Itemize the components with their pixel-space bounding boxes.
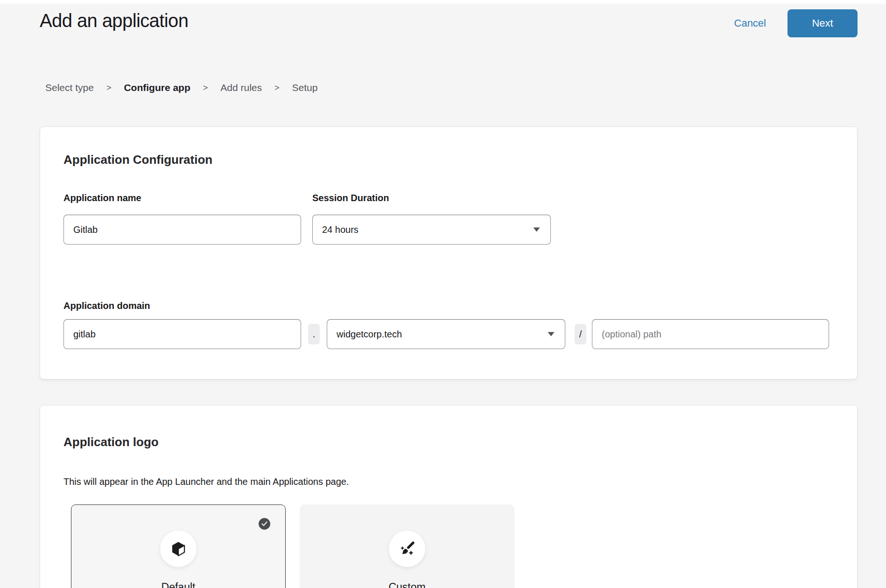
subdomain-input[interactable]: [63, 319, 301, 349]
application-logo-heading: Application logo: [63, 434, 834, 449]
breadcrumb-step-add-rules[interactable]: Add rules: [220, 82, 262, 93]
top-strip: [0, 0, 886, 4]
check-icon: [261, 521, 267, 526]
page-container: Add an application Cancel Next Select ty…: [40, 4, 858, 588]
custom-logo-circle: [389, 531, 425, 567]
application-name-label: Application name: [63, 193, 301, 203]
session-duration-select[interactable]: 24 hours: [312, 215, 551, 245]
logo-option-label: Default: [71, 581, 285, 588]
logo-option-label: Custom: [300, 581, 514, 588]
chevron-down-icon: [548, 332, 555, 336]
slash-separator: /: [575, 324, 586, 344]
breadcrumb: Select type > Configure app > Add rules …: [45, 82, 858, 93]
cancel-button[interactable]: Cancel: [734, 17, 766, 29]
breadcrumb-step-configure-app[interactable]: Configure app: [124, 82, 190, 93]
logo-option-custom[interactable]: Custom: [300, 504, 514, 588]
breadcrumb-step-setup[interactable]: Setup: [292, 82, 318, 93]
selected-check-badge: [259, 518, 270, 530]
application-domain-field: Application domain . widgetcorp.tech /: [63, 301, 834, 349]
header-actions: Cancel Next: [734, 9, 858, 37]
breadcrumb-separator: >: [203, 83, 208, 93]
path-input[interactable]: [592, 319, 829, 349]
default-logo-circle: [160, 531, 197, 567]
name-session-row: Application name Session Duration 24 hou…: [63, 193, 834, 245]
application-name-input[interactable]: [63, 215, 301, 245]
paintbrush-icon: [399, 540, 415, 557]
next-button[interactable]: Next: [788, 9, 858, 37]
application-logo-description: This will appear in the App Launcher and…: [63, 476, 834, 487]
session-duration-field: Session Duration 24 hours: [312, 193, 551, 245]
application-domain-row: . widgetcorp.tech /: [63, 319, 834, 349]
breadcrumb-separator: >: [274, 83, 280, 93]
session-duration-value: 24 hours: [322, 224, 359, 235]
page-title: Add an application: [40, 7, 188, 34]
logo-option-default[interactable]: Default: [71, 504, 286, 588]
application-logo-card: Application logo This will appear in the…: [40, 405, 858, 588]
breadcrumb-separator: >: [106, 83, 112, 93]
chevron-down-icon: [533, 227, 540, 232]
page-header: Add an application Cancel Next: [40, 4, 858, 37]
application-configuration-heading: Application Configuration: [63, 152, 834, 167]
logo-option-tiles: Default Custom: [71, 504, 834, 588]
application-domain-label: Application domain: [63, 301, 834, 311]
application-name-field: Application name: [63, 193, 301, 245]
domain-select[interactable]: widgetcorp.tech: [327, 319, 565, 349]
breadcrumb-step-select-type[interactable]: Select type: [45, 82, 94, 93]
application-configuration-card: Application Configuration Application na…: [40, 126, 858, 379]
cube-icon: [170, 541, 186, 557]
session-duration-label: Session Duration: [312, 193, 551, 203]
domain-select-value: widgetcorp.tech: [337, 329, 402, 340]
dot-separator: .: [308, 324, 320, 344]
